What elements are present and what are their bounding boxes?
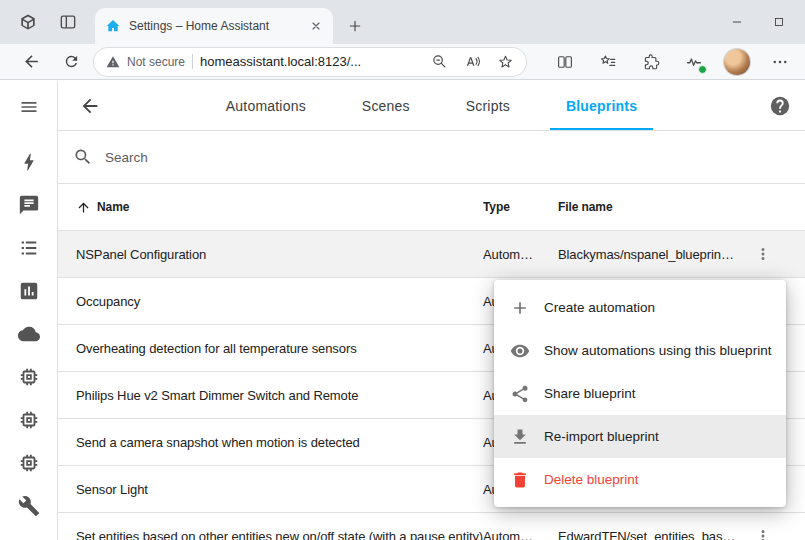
search-input[interactable]	[105, 150, 425, 165]
tab-scripts[interactable]: Scripts	[450, 81, 526, 130]
back-icon[interactable]	[14, 47, 48, 77]
sort-ascending-icon[interactable]	[76, 200, 91, 215]
minimize-button[interactable]	[716, 0, 758, 44]
sidebar-cloud-icon[interactable]	[16, 321, 42, 347]
address-divider	[192, 54, 193, 69]
trash-icon	[510, 470, 530, 490]
close-button[interactable]	[800, 0, 805, 44]
share-icon	[510, 384, 530, 404]
tab-automations[interactable]: Automations	[210, 81, 322, 130]
eye-icon	[510, 341, 530, 361]
row-overflow-menu-icon[interactable]	[751, 524, 775, 540]
sync-status-dot	[698, 65, 707, 74]
ha-header: Automations Scenes Scripts Blueprints	[58, 81, 805, 131]
maximize-button[interactable]	[758, 0, 800, 44]
table-row[interactable]: Set entities based on other entities new…	[58, 513, 805, 540]
avatar-image	[724, 49, 750, 75]
sidebar-history-icon[interactable]	[16, 278, 42, 304]
window-controls	[716, 0, 805, 44]
tab-title: Settings – Home Assistant	[129, 19, 299, 33]
menu-item-show-automations[interactable]: Show automations using this blueprint	[494, 329, 786, 372]
table-row[interactable]: NSPanel Configuration Autom… Blackymas/n…	[58, 231, 805, 278]
ha-back-icon[interactable]	[78, 94, 102, 118]
zoom-out-icon[interactable]	[426, 50, 452, 74]
browser-toolbar: Not secure homeassistant.local:8123/...	[0, 44, 805, 80]
sidebar-device-icon-1[interactable]	[16, 364, 42, 390]
refresh-icon[interactable]	[54, 47, 88, 77]
url-text[interactable]: homeassistant.local:8123/...	[200, 54, 419, 69]
column-header-name[interactable]: Name	[97, 200, 129, 214]
sidebar-assist-icon[interactable]	[16, 192, 42, 218]
profile-avatar[interactable]	[720, 47, 754, 77]
browser-essentials-icon[interactable]	[677, 47, 711, 77]
menu-item-delete-blueprint[interactable]: Delete blueprint	[494, 458, 786, 501]
import-download-icon	[510, 427, 530, 447]
security-label[interactable]: Not secure	[127, 55, 185, 69]
search-icon	[73, 147, 93, 167]
table-header: Name Type File name	[58, 184, 805, 231]
menu-item-create-automation[interactable]: Create automation	[494, 286, 786, 329]
tab-scenes[interactable]: Scenes	[346, 81, 426, 130]
column-header-file[interactable]: File name	[558, 200, 741, 214]
sidebar-developer-tools-icon[interactable]	[16, 493, 42, 519]
extensions-icon[interactable]	[634, 47, 668, 77]
split-screen-icon[interactable]	[548, 47, 582, 77]
read-aloud-icon[interactable]	[459, 50, 485, 74]
tab-blueprints[interactable]: Blueprints	[550, 81, 653, 130]
sidebar-menu-icon[interactable]	[0, 81, 57, 133]
not-secure-warning-icon	[106, 55, 120, 69]
menu-item-reimport-blueprint[interactable]: Re-import blueprint	[494, 415, 786, 458]
tab-close-icon[interactable]	[307, 17, 325, 35]
column-header-type[interactable]: Type	[483, 200, 558, 214]
new-tab-button[interactable]	[341, 12, 369, 40]
sidebar-logbook-icon[interactable]	[16, 235, 42, 261]
plus-icon	[510, 298, 530, 318]
toolbar-right-icons	[548, 47, 797, 77]
favorites-hub-icon[interactable]	[591, 47, 625, 77]
sidebar-device-icon-3[interactable]	[16, 450, 42, 476]
sidebar-device-icon-2[interactable]	[16, 407, 42, 433]
more-options-icon[interactable]	[763, 47, 797, 77]
search-bar[interactable]	[58, 131, 805, 184]
address-bar[interactable]: Not secure homeassistant.local:8123/...	[94, 48, 526, 76]
menu-item-share-blueprint[interactable]: Share blueprint	[494, 372, 786, 415]
browser-titlebar: Settings – Home Assistant	[0, 0, 805, 44]
blueprint-context-menu: Create automation Show automations using…	[494, 280, 786, 507]
help-icon[interactable]	[769, 95, 791, 117]
row-overflow-menu-icon[interactable]	[751, 242, 775, 266]
ha-sidebar	[0, 81, 58, 540]
home-assistant-favicon	[105, 18, 121, 34]
vertical-tabs-icon[interactable]	[50, 6, 86, 38]
browser-window: Settings – Home Assistant	[0, 0, 805, 540]
sidebar-energy-icon[interactable]	[16, 149, 42, 175]
browser-tab[interactable]: Settings – Home Assistant	[95, 8, 333, 44]
workspaces-icon[interactable]	[10, 6, 46, 38]
ha-nav-tabs: Automations Scenes Scripts Blueprints	[210, 81, 653, 130]
favorite-star-icon[interactable]	[492, 50, 518, 74]
